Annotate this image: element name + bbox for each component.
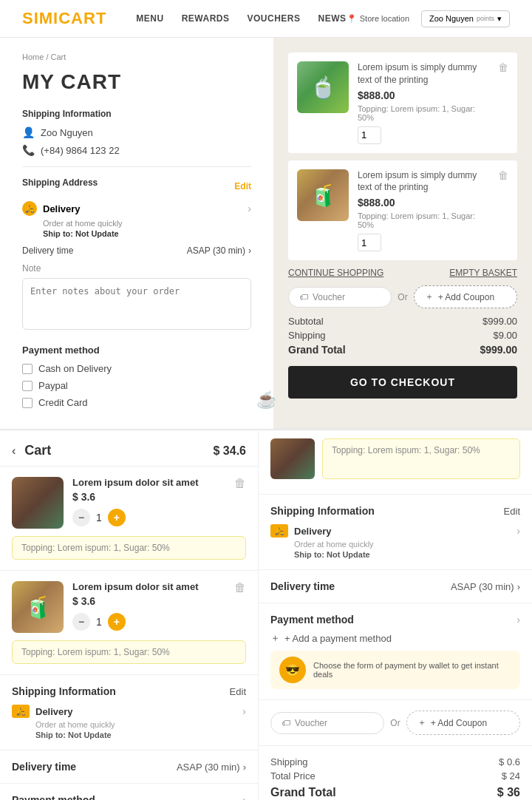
mobile-product-1-decrease-button[interactable]: − [72, 509, 90, 526]
mobile-right-voucher-input[interactable]: 🏷 Voucher [270, 712, 384, 734]
mobile-right-delivery-time[interactable]: Delivery time ASAP (30 min) › [259, 570, 532, 603]
mobile-delivery-label: Delivery [35, 706, 236, 717]
mobile-product-1-delete-button[interactable]: 🗑 [234, 477, 246, 490]
mobile-product-1-price: $ 3.6 [72, 491, 225, 503]
mobile-right-voucher-section: 🏷 Voucher Or ＋ + Add Coupon [259, 700, 532, 746]
divider-1 [22, 166, 251, 167]
product-1-delete-button[interactable]: 🗑 [498, 61, 508, 73]
mobile-payment-label: Payment method [12, 794, 95, 800]
order-text: Order at home quickly [43, 219, 251, 228]
mobile-delivery-time-value: ASAP (30 min) › [177, 762, 246, 773]
back-button[interactable]: ‹ [12, 444, 16, 458]
mobile-right-add-payment-label: + Add a payment method [284, 633, 392, 644]
add-coupon-button[interactable]: ＋ + Add Coupon [414, 285, 517, 308]
grand-total-value: $999.00 [480, 344, 517, 356]
shipping-value: $9.00 [493, 330, 517, 341]
mobile-chevron-right-icon: › [242, 705, 246, 717]
mobile-delivery-icon: 🛵 [12, 705, 30, 718]
mobile-right-payment-header: Payment method › [270, 614, 520, 626]
coupon-icon: ＋ [425, 291, 434, 303]
mobile-right-delivery-row[interactable]: 🛵 Delivery › [270, 524, 520, 538]
voucher-icon: 🏷 [299, 292, 308, 302]
mobile-right-voucher-row: 🏷 Voucher Or ＋ + Add Coupon [270, 711, 520, 735]
grand-total-label: Grand Total [288, 344, 346, 356]
user-button[interactable]: Zoo Nguyen points ▾ [421, 10, 510, 27]
empty-basket-link[interactable]: EMPTY BASKET [449, 268, 517, 278]
delivery-time-value[interactable]: ASAP (30 min) › [187, 245, 251, 256]
go-to-checkout-button[interactable]: GO TO CHECKOUT [288, 366, 517, 399]
product-2-delete-button[interactable]: 🗑 [498, 169, 508, 181]
mobile-coupon-label: + Add Coupon [431, 718, 487, 728]
mobile-delivery-time-row[interactable]: Delivery time ASAP (30 min) › [0, 750, 258, 784]
product-2-price: $888.00 [358, 197, 489, 209]
breadcrumb-home[interactable]: Home [22, 52, 44, 61]
preview-image [270, 438, 315, 479]
shipping-address-header: Shipping Address Edit [22, 177, 251, 195]
logo[interactable]: SIMICART [22, 9, 106, 28]
mobile-right-chevron-icon: › [516, 525, 520, 537]
mobile-right-or-text: Or [390, 718, 400, 728]
nav-vouchers[interactable]: VOUCHERS [248, 13, 301, 24]
cart-form-panel: Home / Cart MY CART Shipping Information… [0, 38, 273, 429]
subtotal-label: Subtotal [288, 316, 324, 327]
phone-info-row: 📞 (+84) 9864 123 22 [22, 144, 251, 156]
mobile-right-add-coupon-button[interactable]: ＋ + Add Coupon [406, 711, 520, 735]
mobile-right-add-payment-button[interactable]: ＋ + Add a payment method [270, 631, 520, 645]
cod-checkbox[interactable] [22, 364, 33, 374]
mobile-product-2-increase-button[interactable]: + [108, 613, 126, 631]
mobile-order-text: Order at home quickly [35, 720, 246, 729]
mobile-product-1-increase-button[interactable]: + [108, 509, 126, 526]
location-pin-icon: 📍 [347, 14, 357, 24]
voucher-placeholder-text: Voucher [313, 292, 345, 302]
credit-checkbox[interactable] [22, 398, 33, 408]
mobile-right-time-value: ASAP (30 min) › [451, 581, 520, 592]
mobile-product-2-delete-button[interactable]: 🗑 [234, 581, 246, 594]
mobile-product-1-topping: Topping: Lorem ispum: 1, Sugar: 50% [12, 536, 246, 560]
logo-part1: SIMI [22, 9, 58, 27]
mobile-product-2-img-content [12, 581, 64, 633]
mobile-right-grand-total-label: Grand Total [270, 786, 336, 799]
subtotal-row: Subtotal $999.00 [288, 316, 517, 327]
product-1-qty-input[interactable] [358, 126, 381, 144]
store-location[interactable]: 📍 Store location [347, 14, 409, 24]
shipping-info-label: Shipping Information [22, 109, 251, 119]
desktop-section: SIMICART MENU REWARDS VOUCHERS NEWS 📍 St… [0, 0, 532, 430]
nav-menu[interactable]: MENU [136, 13, 163, 24]
mobile-cart-title: Cart [24, 443, 213, 458]
mobile-product-2-decrease-button[interactable]: − [72, 613, 90, 631]
mobile-product-1-name: Lorem ipsum dolor sit amet [72, 477, 225, 488]
continue-shopping-link[interactable]: CONTINUE SHOPPING [288, 268, 383, 278]
coupon-label: + Add Coupon [438, 292, 494, 302]
mobile-right-total-price-row: Total Price $ 24 [270, 770, 520, 782]
nav-rewards[interactable]: REWARDS [182, 13, 230, 24]
nav-news[interactable]: NEWS [318, 13, 347, 24]
product-2-topping: Topping: Lorem ipsum: 1, Sugar: 50% [358, 211, 489, 229]
ship-to-row: Ship to: Not Update [43, 229, 251, 238]
mobile-product-2-info: Lorem ipsum dolor sit amet $ 3.6 − 1 + [72, 581, 225, 631]
voucher-input[interactable]: 🏷 Voucher [288, 287, 392, 308]
mobile-right-edit-button[interactable]: Edit [504, 506, 520, 517]
cod-label: Cash on Delivery [38, 363, 112, 374]
mobile-delivery-row[interactable]: 🛵 Delivery › [12, 705, 246, 718]
product-image-2 [297, 169, 349, 221]
paypal-checkbox[interactable] [22, 381, 33, 391]
cart-area: Home / Cart MY CART Shipping Information… [0, 38, 532, 429]
product-2-qty-input[interactable] [358, 234, 381, 251]
mobile-right-shipping-label: Shipping Information [270, 505, 375, 517]
mobile-delivery-time-label: Delivery time [12, 761, 76, 773]
mobile-right-shipping-label: Shipping [270, 756, 308, 767]
product-2-image-content [297, 169, 349, 221]
delivery-icon: 🛵 [22, 201, 37, 216]
product-1-topping: Topping: Lorem ipsum: 1, Sugar: 50% [358, 104, 489, 122]
mobile-cart-header: ‹ Cart $ 34.6 [0, 431, 258, 467]
note-input[interactable] [22, 278, 251, 330]
voucher-row: 🏷 Voucher Or ＋ + Add Coupon [288, 285, 517, 308]
credit-label: Credit Card [38, 397, 87, 408]
chevron-down-icon: ▾ [497, 14, 502, 24]
mobile-right-order-text: Order at home quickly [294, 540, 520, 549]
mobile-right-total-price-value: $ 24 [502, 770, 520, 782]
mobile-product-2-row: Lorem ipsum dolor sit amet $ 3.6 − 1 + 🗑 [12, 581, 246, 633]
edit-address-button[interactable]: Edit [234, 181, 251, 191]
mobile-edit-shipping-button[interactable]: Edit [230, 686, 246, 697]
product-1-image-content [297, 61, 349, 113]
